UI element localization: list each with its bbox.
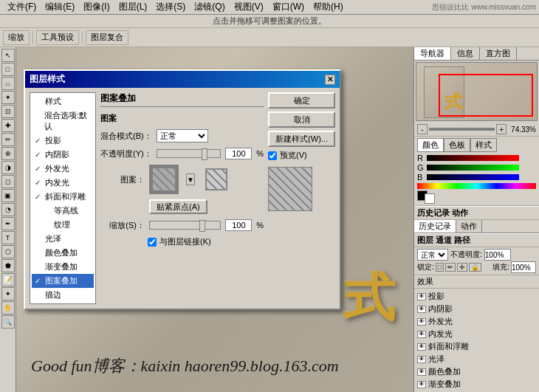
tool-heal[interactable]: ✚: [1, 119, 15, 132]
b-bar[interactable]: [427, 174, 519, 180]
pattern-preview2: [205, 168, 227, 190]
tool-magic[interactable]: ✦: [1, 91, 15, 104]
snap-row: 贴紧原点(A): [100, 199, 264, 214]
tool-move[interactable]: ↖: [1, 49, 15, 62]
lock-all[interactable]: 🔒: [469, 263, 481, 272]
lock-brush[interactable]: ✏: [445, 263, 456, 272]
swatch-bg[interactable]: [425, 193, 435, 204]
effect-eye-bevel[interactable]: 👁: [417, 343, 426, 351]
tool-notes[interactable]: 📝: [1, 273, 15, 286]
tool-shape[interactable]: ⬟: [1, 259, 15, 272]
blend-mode-select[interactable]: 正常 溶解 正片叠底: [157, 129, 208, 142]
pattern-preview-box[interactable]: [149, 165, 179, 194]
tool-lasso[interactable]: ⌓: [1, 77, 15, 90]
toolbar-tool-preset[interactable]: 工具预设: [36, 30, 79, 45]
style-item-bevel[interactable]: ✓ 斜面和浮雕: [32, 190, 94, 204]
tab-actions[interactable]: 动作: [456, 220, 482, 233]
zoom-in-btn[interactable]: +: [496, 124, 507, 134]
style-item-texture[interactable]: 纹理: [32, 218, 94, 232]
tool-zoom[interactable]: 🔍: [1, 315, 15, 329]
tool-clone[interactable]: ⊕: [1, 147, 15, 160]
tool-history[interactable]: ◑: [1, 161, 15, 174]
opacity-layers-input[interactable]: [484, 249, 511, 261]
tool-hand[interactable]: ✋: [1, 301, 15, 314]
effect-eye-outer-glow[interactable]: 👁: [417, 318, 426, 326]
pattern-select-btn[interactable]: ▼: [186, 173, 195, 185]
effect-eye-inner-shadow[interactable]: 👁: [417, 306, 426, 313]
effect-eye-inner-glow[interactable]: 👁: [417, 331, 426, 338]
menu-select[interactable]: 选择(S): [151, 0, 190, 15]
cancel-button[interactable]: 取消: [268, 111, 335, 128]
ok-button[interactable]: 确定: [268, 92, 335, 109]
scale-slider[interactable]: [149, 221, 221, 230]
fill-input[interactable]: [511, 261, 536, 273]
opacity-slider[interactable]: [157, 149, 222, 158]
style-list: 样式 混合选项:默认 ✓ 投影 ✓ 内阴影: [30, 92, 96, 304]
menu-layer[interactable]: 图层(L): [114, 0, 152, 15]
style-item-satin[interactable]: 光泽: [32, 232, 94, 246]
snap-button[interactable]: 贴紧原点(A): [149, 199, 207, 214]
tab-histogram[interactable]: 直方图: [480, 47, 517, 60]
tab-swatches[interactable]: 色板: [444, 138, 470, 152]
dialog-close-button[interactable]: ✕: [325, 75, 335, 85]
preview-checkbox[interactable]: [268, 151, 277, 160]
g-bar[interactable]: [427, 165, 519, 171]
effect-eye-gradient-overlay[interactable]: 👁: [417, 381, 426, 388]
effects-list: 👁 投影 👁 内阴影 👁 外发光 👁 内发光 👁 斜面和浮雕: [414, 289, 539, 392]
menu-window[interactable]: 窗口(W): [268, 0, 309, 15]
style-item-pattern-overlay[interactable]: ✓ 图案叠加: [32, 274, 94, 288]
menu-view[interactable]: 视图(V): [230, 0, 268, 15]
tool-path[interactable]: ⬡: [1, 245, 15, 258]
style-item-gradient-overlay[interactable]: 渐变叠加: [32, 260, 94, 274]
scale-thumb[interactable]: [199, 220, 205, 232]
menu-help[interactable]: 帮助(H): [309, 0, 348, 15]
style-item-contour[interactable]: 等高线: [32, 204, 94, 218]
tool-eyedropper[interactable]: ✦: [1, 287, 15, 300]
lock-move[interactable]: ✛: [457, 263, 467, 272]
tab-styles[interactable]: 样式: [470, 138, 497, 152]
effect-eye-drop-shadow[interactable]: 👁: [417, 293, 426, 300]
tool-gradient[interactable]: ▣: [1, 189, 15, 202]
link-checkbox[interactable]: [148, 238, 157, 247]
style-item-stroke[interactable]: 描边: [32, 288, 94, 302]
tab-history[interactable]: 历史记录: [414, 220, 456, 233]
r-bar[interactable]: [427, 155, 519, 161]
scale-input[interactable]: [225, 219, 252, 231]
tab-info[interactable]: 信息: [451, 47, 480, 60]
toolbar-layer-comp[interactable]: 图层复合: [86, 30, 128, 45]
opacity-input[interactable]: [225, 148, 252, 159]
effect-eye-satin[interactable]: 👁: [417, 356, 426, 363]
style-item-color-overlay[interactable]: 颜色叠加: [32, 246, 94, 260]
menu-edit[interactable]: 编辑(E): [41, 0, 79, 15]
layers-blend-select[interactable]: 正常: [417, 249, 448, 261]
style-item-blending[interactable]: 混合选项:默认: [32, 109, 94, 134]
style-item-drop-shadow[interactable]: ✓ 投影: [32, 134, 94, 148]
menu-filter[interactable]: 滤镜(Q): [190, 0, 229, 15]
tool-eraser[interactable]: ◻: [1, 175, 15, 188]
style-item-inner-shadow[interactable]: ✓ 内阴影: [32, 148, 94, 162]
style-item-styles[interactable]: 样式: [32, 94, 94, 109]
tool-pen[interactable]: ✒: [1, 217, 15, 230]
layers-controls: 正常 不透明度: 锁定: □ ✏ ✛ 🔒 填充:: [414, 247, 539, 275]
effect-eye-color-overlay[interactable]: 👁: [417, 368, 426, 376]
zoom-out-btn[interactable]: -: [417, 124, 428, 134]
tab-navigator[interactable]: 导航器: [414, 47, 451, 60]
color-rainbow[interactable]: [417, 183, 536, 189]
tool-dodge[interactable]: ◔: [1, 203, 15, 216]
lock-transparent[interactable]: □: [436, 263, 444, 272]
style-item-outer-glow[interactable]: ✓ 外发光: [32, 162, 94, 176]
tab-color[interactable]: 颜色: [417, 138, 444, 152]
zoom-slider[interactable]: [429, 128, 495, 131]
style-item-inner-glow[interactable]: ✓ 内发光: [32, 176, 94, 190]
tool-text[interactable]: T: [1, 231, 15, 244]
opacity-thumb[interactable]: [202, 148, 207, 160]
menu-image[interactable]: 图像(I): [79, 0, 114, 15]
tool-brush[interactable]: ✏: [1, 133, 15, 146]
layers-header-label: 图层 通道 路径: [417, 235, 470, 246]
new-style-button[interactable]: 新建样式(W)...: [268, 131, 335, 147]
toolbar-zoom[interactable]: 缩放: [3, 30, 30, 45]
info-bar: 点击并拖移可调整图案的位置。: [0, 15, 539, 28]
tool-select[interactable]: □: [1, 63, 15, 76]
menu-file[interactable]: 文件(F): [3, 0, 41, 15]
tool-crop[interactable]: ⊡: [1, 105, 15, 118]
